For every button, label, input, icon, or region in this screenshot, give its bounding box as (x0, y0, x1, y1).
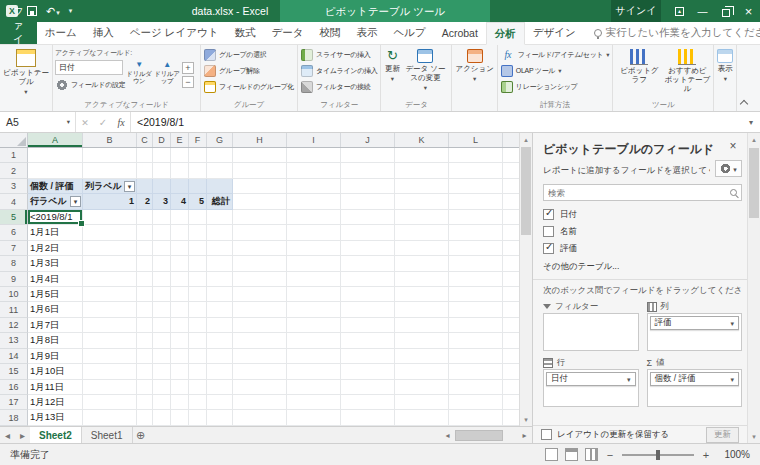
scroll-down-icon[interactable] (520, 413, 532, 426)
cell[interactable] (83, 256, 137, 271)
cell[interactable] (171, 410, 189, 425)
cell[interactable] (233, 380, 287, 395)
cell[interactable]: 1月2日 (28, 241, 83, 256)
restore-icon[interactable] (714, 0, 737, 22)
cell[interactable] (153, 241, 171, 256)
cell[interactable] (189, 349, 207, 364)
cell[interactable] (341, 380, 395, 395)
cell[interactable] (449, 410, 503, 425)
ribbon-tab[interactable]: デザイン (525, 22, 584, 44)
cell[interactable] (83, 272, 137, 287)
enter-icon[interactable] (94, 117, 112, 128)
sheet-tab[interactable]: Sheet1 (82, 427, 133, 443)
cell[interactable] (503, 194, 519, 209)
cell[interactable] (207, 272, 233, 287)
cell[interactable] (233, 163, 287, 178)
vertical-scrollbar-thumb[interactable] (521, 147, 531, 235)
ribbon-tab[interactable]: ホーム (37, 22, 85, 44)
cell[interactable] (503, 241, 519, 256)
cell[interactable] (153, 225, 171, 240)
sheet-nav-right-icon[interactable] (15, 427, 30, 443)
tab-file[interactable]: ファイル (0, 22, 37, 44)
cell[interactable]: 列ラベル (83, 179, 137, 194)
cell[interactable] (503, 395, 519, 410)
cell[interactable] (287, 302, 341, 317)
cell[interactable] (137, 179, 153, 194)
row-header[interactable]: 6 (0, 225, 28, 240)
cell[interactable]: 1月10日 (28, 364, 83, 379)
dropdown-icon[interactable] (730, 374, 734, 384)
cell[interactable]: 1月8日 (28, 333, 83, 348)
row-header[interactable]: 11 (0, 302, 28, 317)
cell[interactable] (171, 395, 189, 410)
drill-down-button[interactable]: ドリルダウン (126, 60, 152, 85)
cell[interactable] (171, 163, 189, 178)
row-header[interactable]: 1 (0, 148, 28, 163)
drill-up-button[interactable]: ドリルアップ (154, 60, 180, 85)
cell[interactable] (207, 302, 233, 317)
pane-scrollbar[interactable] (747, 133, 760, 443)
cell[interactable] (449, 148, 503, 163)
cell[interactable] (83, 395, 137, 410)
cell[interactable] (171, 380, 189, 395)
pivotchart-button[interactable]: ピボットグラフ (615, 47, 663, 84)
cell[interactable] (137, 380, 153, 395)
cell[interactable] (449, 364, 503, 379)
cell[interactable] (137, 241, 153, 256)
cell[interactable] (189, 148, 207, 163)
cell[interactable] (341, 210, 395, 225)
cell[interactable] (503, 163, 519, 178)
cell[interactable] (395, 148, 449, 163)
cell[interactable] (83, 318, 137, 333)
cell[interactable] (287, 333, 341, 348)
cell[interactable] (171, 364, 189, 379)
row-header[interactable]: 10 (0, 287, 28, 302)
vertical-scrollbar[interactable] (519, 133, 532, 426)
cell[interactable] (287, 179, 341, 194)
cell[interactable] (503, 287, 519, 302)
values-dropzone[interactable]: 個数 / 評価 (647, 369, 743, 407)
cell[interactable] (287, 210, 341, 225)
filters-dropzone[interactable] (543, 313, 639, 351)
cell[interactable] (137, 302, 153, 317)
cell[interactable] (189, 410, 207, 425)
cell[interactable] (449, 380, 503, 395)
expand-field-button[interactable] (182, 62, 194, 74)
cell[interactable] (137, 410, 153, 425)
cell[interactable] (153, 410, 171, 425)
filter-dropdown-icon[interactable] (70, 196, 81, 207)
cell[interactable] (137, 364, 153, 379)
save-icon[interactable] (27, 6, 37, 16)
column-header[interactable]: C (137, 133, 153, 147)
sheet-tab[interactable]: Sheet2 (30, 427, 82, 443)
cell[interactable] (153, 163, 171, 178)
cell[interactable] (171, 287, 189, 302)
cell[interactable] (395, 318, 449, 333)
cell[interactable] (171, 225, 189, 240)
cell[interactable] (341, 272, 395, 287)
cell[interactable] (153, 349, 171, 364)
area-field-item[interactable]: 個数 / 評価 (650, 372, 740, 386)
cell[interactable] (503, 410, 519, 425)
cell[interactable] (137, 333, 153, 348)
cell[interactable] (189, 302, 207, 317)
cell[interactable] (233, 302, 287, 317)
ribbon-tab[interactable]: 分析 (486, 22, 525, 45)
more-tables-link[interactable]: その他のテーブル... (543, 261, 619, 273)
cell[interactable] (171, 333, 189, 348)
cell[interactable] (137, 148, 153, 163)
cell[interactable] (171, 210, 189, 225)
row-header[interactable]: 15 (0, 364, 28, 379)
cell[interactable] (341, 179, 395, 194)
column-header[interactable]: L (449, 133, 503, 147)
cell[interactable] (137, 395, 153, 410)
cell[interactable] (28, 163, 83, 178)
cell[interactable] (153, 148, 171, 163)
cell[interactable] (171, 256, 189, 271)
cell[interactable] (341, 241, 395, 256)
cell[interactable] (153, 210, 171, 225)
collapse-field-button[interactable] (182, 76, 194, 88)
column-header[interactable]: G (207, 133, 233, 147)
cell[interactable] (233, 179, 287, 194)
cell[interactable] (449, 318, 503, 333)
